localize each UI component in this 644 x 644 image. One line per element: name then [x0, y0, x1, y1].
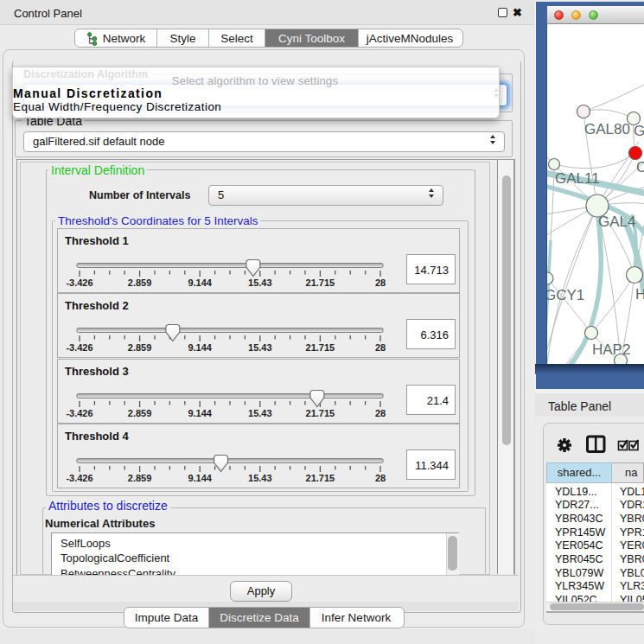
svg-text:H: H — [635, 286, 644, 303]
svg-text:HAP2: HAP2 — [592, 341, 630, 358]
svg-text:GA: GA — [634, 123, 644, 139]
svg-text:C: C — [636, 159, 644, 175]
svg-text:GAL80: GAL80 — [584, 121, 630, 137]
svg-text:GAL4: GAL4 — [598, 214, 635, 230]
svg-text:GAL11: GAL11 — [555, 170, 600, 187]
svg-text:GCY1: GCY1 — [547, 287, 584, 303]
